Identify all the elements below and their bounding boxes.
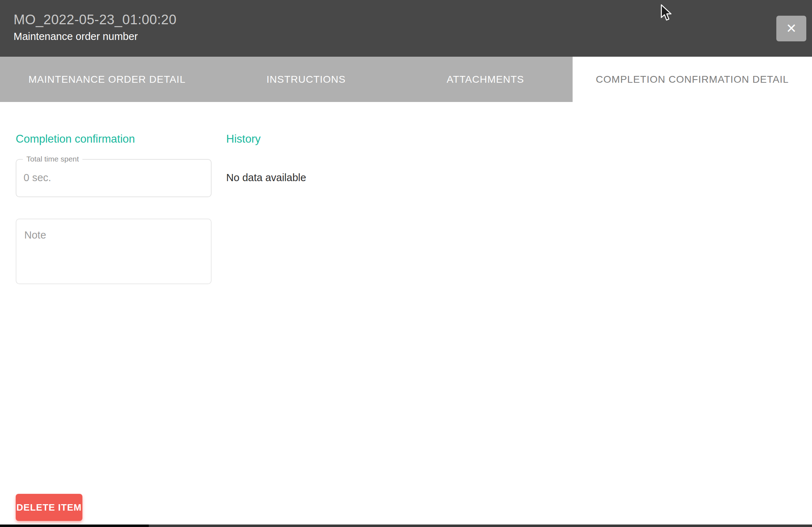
total-time-spent-field: Total time spent [16, 159, 212, 197]
history-empty-text: No data available [226, 172, 306, 184]
tab-instructions[interactable]: INSTRUCTIONS [214, 57, 398, 102]
total-time-spent-label: Total time spent [23, 155, 82, 163]
note-input[interactable] [16, 219, 211, 283]
modal-header: MO_2022-05-23_01:00:20 Maintenance order… [0, 0, 812, 57]
maintenance-order-subtitle: Maintenance order number [14, 31, 138, 42]
note-field [16, 219, 212, 284]
tab-attachments[interactable]: ATTACHMENTS [398, 57, 573, 102]
completion-confirmation-heading: Completion confirmation [16, 133, 135, 145]
total-time-spent-input[interactable] [24, 172, 202, 184]
close-button[interactable]: ✕ [776, 16, 806, 41]
delete-item-button[interactable]: DELETE ITEM [16, 494, 82, 521]
page-bottom-edge [0, 525, 812, 527]
inactive-tab-group: MAINTENANCE ORDER DETAIL INSTRUCTIONS AT… [0, 57, 573, 102]
page-bottom-edge-dark-segment [0, 525, 149, 527]
tab-bar: MAINTENANCE ORDER DETAIL INSTRUCTIONS AT… [0, 57, 812, 102]
close-icon: ✕ [786, 22, 797, 35]
maintenance-order-title: MO_2022-05-23_01:00:20 [14, 12, 177, 27]
tab-completion-confirmation-detail[interactable]: COMPLETION CONFIRMATION DETAIL [573, 57, 812, 102]
history-heading: History [226, 133, 260, 145]
tab-maintenance-order-detail[interactable]: MAINTENANCE ORDER DETAIL [0, 57, 214, 102]
